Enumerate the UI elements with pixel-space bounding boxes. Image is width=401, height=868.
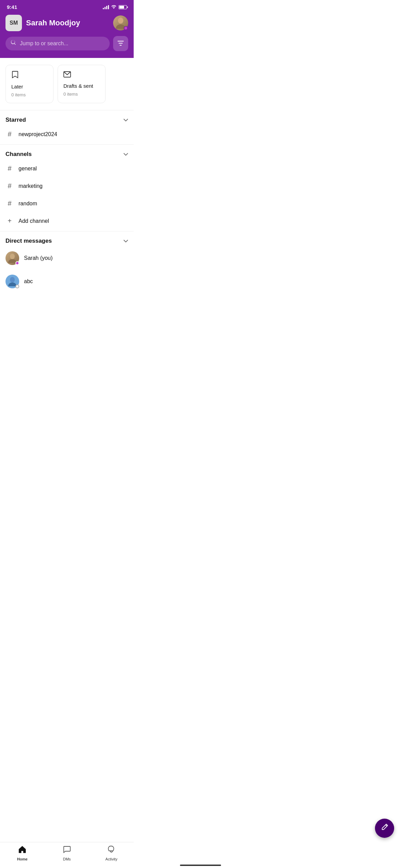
starred-section: Starred # newproject2024 (0, 110, 134, 143)
search-row: Jump to or search... (5, 36, 128, 51)
direct-messages-section: Direct messages Sarah (you) (0, 231, 134, 293)
channel-item-random[interactable]: # random (5, 195, 128, 212)
channels-section: Channels # general # marketing # random … (0, 145, 134, 230)
wifi-icon (111, 4, 117, 10)
svg-point-6 (10, 254, 15, 259)
drafts-title: Drafts & sent (63, 83, 100, 89)
channel-item-general[interactable]: # general (5, 160, 128, 177)
quick-actions: Later 0 items Drafts & sent 0 items (0, 58, 134, 110)
battery-icon (119, 5, 127, 9)
offline-indicator (15, 285, 19, 288)
starred-item-newproject2024[interactable]: # newproject2024 (5, 125, 128, 143)
later-card[interactable]: Later 0 items (5, 65, 53, 103)
channels-title: Channels (5, 151, 32, 158)
channel-item-marketing[interactable]: # marketing (5, 177, 128, 195)
later-subtitle: 0 items (11, 92, 48, 97)
bookmark-icon (11, 71, 48, 81)
channel-name: newproject2024 (19, 131, 57, 137)
hash-icon: # (5, 200, 14, 207)
channels-chevron-icon (123, 152, 128, 157)
filter-button[interactable] (113, 36, 128, 51)
svg-rect-2 (118, 41, 124, 41)
plus-icon: + (5, 217, 14, 225)
add-channel-button[interactable]: + Add channel (5, 212, 128, 230)
drafts-card[interactable]: Drafts & sent 0 items (58, 65, 106, 103)
svg-rect-3 (119, 43, 123, 44)
online-status-dot (124, 26, 128, 30)
status-bar: 9:41 (0, 0, 134, 12)
starred-title: Starred (5, 117, 26, 123)
add-channel-label: Add channel (19, 218, 49, 224)
dm-title: Direct messages (5, 238, 52, 244)
hash-icon: # (5, 165, 14, 172)
abc-avatar (5, 275, 19, 288)
header-left: SM Sarah Moodjoy (5, 15, 80, 31)
channel-name: random (19, 201, 37, 207)
starred-header[interactable]: Starred (5, 110, 128, 125)
header-top: SM Sarah Moodjoy (5, 15, 128, 31)
hash-icon: # (5, 182, 14, 190)
status-icons (103, 4, 127, 10)
hash-icon: # (5, 130, 14, 138)
search-placeholder: Jump to or search... (20, 40, 68, 47)
later-title: Later (11, 84, 48, 89)
drafts-icon (63, 71, 100, 80)
search-bar[interactable]: Jump to or search... (5, 37, 110, 50)
channels-header[interactable]: Channels (5, 145, 128, 160)
signal-icon (103, 5, 109, 9)
starred-chevron-icon (123, 117, 128, 123)
user-name: Sarah Moodjoy (26, 19, 80, 27)
header: SM Sarah Moodjoy Jump to or sea (0, 12, 134, 58)
dm-chevron-icon (123, 238, 128, 244)
dm-item-sarah[interactable]: Sarah (you) (5, 246, 128, 270)
dm-name: Sarah (you) (24, 255, 53, 261)
channel-name: marketing (19, 183, 42, 189)
channel-name: general (19, 166, 37, 172)
sarah-avatar (5, 251, 19, 265)
dm-header[interactable]: Direct messages (5, 231, 128, 246)
svg-point-7 (10, 277, 15, 282)
svg-point-1 (118, 18, 123, 23)
user-initials-avatar: SM (5, 15, 22, 31)
main-content: Later 0 items Drafts & sent 0 items Star… (0, 58, 134, 321)
filter-icon (118, 40, 124, 47)
search-icon (11, 40, 16, 47)
status-time: 9:41 (7, 4, 17, 10)
drafts-subtitle: 0 items (63, 92, 100, 97)
profile-avatar[interactable] (113, 15, 128, 31)
online-indicator (15, 261, 19, 265)
dm-item-abc[interactable]: abc (5, 270, 128, 293)
dm-name: abc (24, 278, 33, 285)
svg-rect-4 (120, 45, 122, 46)
